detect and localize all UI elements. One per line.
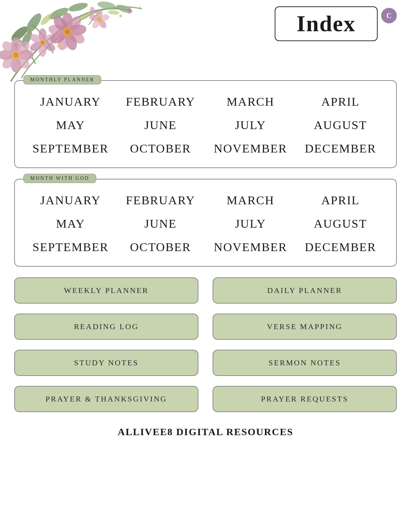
svg-point-23 <box>42 40 57 53</box>
month-with-god-september[interactable]: SEPTEMBER <box>26 237 116 257</box>
month-with-god-march[interactable]: MARCH <box>206 190 296 211</box>
svg-point-16 <box>0 53 18 71</box>
svg-point-14 <box>14 53 32 71</box>
monthly-planner-month-january[interactable]: JANUARY <box>26 92 116 112</box>
svg-point-19 <box>12 51 20 59</box>
monthly-planner-month-april[interactable]: APRIL <box>296 92 386 112</box>
month-with-god-may[interactable]: MAY <box>26 214 116 234</box>
monthly-planner-month-june[interactable]: JUNE <box>116 115 206 135</box>
svg-point-28 <box>41 41 44 44</box>
prayer-requests-button[interactable]: PRAYER REQUESTS <box>213 386 397 412</box>
prayer-thanksgiving-button[interactable]: PRAYER & THANKSGIVING <box>14 386 198 412</box>
footer: Allivee8 Digital Resources <box>14 423 397 445</box>
header: Index C <box>0 0 411 41</box>
month-with-god-december[interactable]: DECEMBER <box>296 237 386 257</box>
svg-point-12 <box>14 39 32 57</box>
month-with-god-august[interactable]: AUGUST <box>296 214 386 234</box>
verse-mapping-button[interactable]: VERSE MAPPING <box>213 314 397 340</box>
monthly-planner-month-december[interactable]: DECEMBER <box>296 138 386 159</box>
daily-planner-button[interactable]: DAILY PLANNER <box>213 277 397 304</box>
month-with-god-july[interactable]: JULY <box>206 214 296 234</box>
svg-point-25 <box>28 40 43 53</box>
month-with-god-june[interactable]: JUNE <box>116 214 206 234</box>
svg-point-18 <box>0 39 18 57</box>
monthly-planner-month-september[interactable]: SEPTEMBER <box>26 138 116 159</box>
month-with-god-january[interactable]: JANUARY <box>26 190 116 211</box>
title-box: Index <box>275 6 378 41</box>
monthly-planner-section: Monthly Planner JANUARYFEBRUARYMARCHAPRI… <box>14 80 397 168</box>
month-with-god-label: Month With God <box>23 174 96 183</box>
svg-point-17 <box>0 50 14 60</box>
sermon-notes-button[interactable]: SERMON NOTES <box>213 350 397 376</box>
monthly-planner-month-august[interactable]: AUGUST <box>296 115 386 135</box>
monthly-planner-month-july[interactable]: JULY <box>206 115 296 135</box>
monthly-planner-month-march[interactable]: MARCH <box>206 92 296 112</box>
svg-point-13 <box>18 50 34 60</box>
month-with-god-grid: JANUARYFEBRUARYMARCHAPRILMAYJUNEJULYAUGU… <box>26 190 385 257</box>
month-with-god-february[interactable]: FEBRUARY <box>116 190 206 211</box>
svg-point-15 <box>11 57 21 73</box>
buttons-grid: WEEKLY PLANNERDAILY PLANNERREADING LOGVE… <box>14 277 397 412</box>
page-title: Index <box>297 11 356 37</box>
monthly-planner-grid: JANUARYFEBRUARYMARCHAPRILMAYJUNEJULYAUGU… <box>26 92 385 159</box>
study-notes-button[interactable]: STUDY NOTES <box>14 350 198 376</box>
svg-point-6 <box>9 41 20 58</box>
monthly-planner-label: Monthly Planner <box>23 75 101 84</box>
month-with-god-november[interactable]: NOVEMBER <box>206 237 296 257</box>
svg-point-46 <box>57 44 60 48</box>
monthly-planner-month-february[interactable]: FEBRUARY <box>116 92 206 112</box>
month-with-god-section: Month With God JANUARYFEBRUARYMARCHAPRIL… <box>14 179 397 267</box>
footer-text: Allivee8 Digital Resources <box>14 426 397 438</box>
monthly-planner-month-november[interactable]: NOVEMBER <box>206 138 296 159</box>
monthly-planner-month-may[interactable]: MAY <box>26 115 116 135</box>
weekly-planner-button[interactable]: WEEKLY PLANNER <box>14 277 198 304</box>
main-content: Monthly Planner JANUARYFEBRUARYMARCHAPRI… <box>0 77 411 455</box>
month-with-god-october[interactable]: OCTOBER <box>116 237 206 257</box>
month-with-god-april[interactable]: APRIL <box>296 190 386 211</box>
svg-point-24 <box>39 44 46 57</box>
reading-log-button[interactable]: READING LOG <box>14 314 198 340</box>
svg-point-20 <box>13 52 18 57</box>
monthly-planner-month-october[interactable]: OCTOBER <box>116 138 206 159</box>
corner-badge: C <box>381 8 397 23</box>
